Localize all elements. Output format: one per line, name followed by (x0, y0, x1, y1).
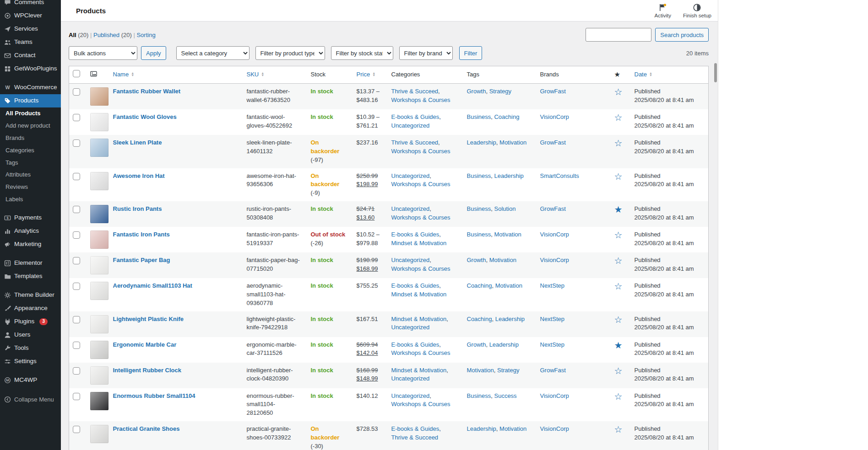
sidebar-item-mc4wp[interactable]: MMC4WP (0, 374, 61, 387)
tag-link[interactable]: Motivation (489, 257, 516, 263)
product-type-filter-select[interactable]: Filter by product type (255, 46, 325, 60)
sort-by-price[interactable]: Price▲▼ (357, 71, 376, 78)
sidebar-item-woocommerce[interactable]: WWooCommerce (0, 81, 61, 94)
product-name-link[interactable]: Practical Granite Shoes (113, 425, 180, 432)
category-link[interactable]: Uncategorized (391, 172, 430, 179)
product-name-link[interactable]: Lightweight Plastic Knife (113, 316, 184, 322)
category-link[interactable]: Workshops & Courses (391, 401, 450, 407)
featured-toggle[interactable]: ☆ (614, 112, 623, 123)
row-select-checkbox[interactable] (73, 426, 80, 433)
product-thumbnail[interactable] (90, 341, 108, 359)
sort-by-name[interactable]: Name▲▼ (113, 71, 135, 78)
activity-button[interactable]: Activity (655, 3, 671, 18)
sidebar-item-getwooplugins[interactable]: GetWooPlugins (0, 62, 61, 75)
brand-link[interactable]: GrowFast (540, 367, 566, 374)
row-select-checkbox[interactable] (73, 206, 80, 213)
tag-link[interactable]: Leadership (467, 139, 496, 146)
tag-link[interactable]: Growth (467, 341, 486, 348)
product-name-link[interactable]: Fantastic Iron Pants (113, 231, 170, 238)
search-input[interactable] (586, 28, 651, 42)
tag-link[interactable]: Success (494, 392, 516, 399)
category-link[interactable]: Uncategorized (391, 375, 430, 382)
stock-status-filter-select[interactable]: Filter by stock status (331, 46, 393, 60)
product-thumbnail[interactable] (90, 139, 108, 157)
row-select-checkbox[interactable] (73, 139, 80, 147)
sidebar-item-comments[interactable]: Comments (0, 0, 61, 9)
brand-filter-select[interactable]: Filter by brand (399, 46, 453, 60)
featured-toggle[interactable]: ☆ (614, 281, 623, 291)
category-link[interactable]: Workshops & Courses (391, 349, 450, 356)
sidebar-subitem-labels[interactable]: Labels (0, 193, 61, 206)
sort-by-sku[interactable]: SKU▲▼ (247, 71, 265, 78)
row-select-checkbox[interactable] (73, 88, 80, 96)
sidebar-subitem-brands[interactable]: Brands (0, 132, 61, 145)
product-name-link[interactable]: Intelligent Rubber Clock (113, 367, 182, 374)
row-select-checkbox[interactable] (73, 283, 80, 290)
category-link[interactable]: Mindset & Motivation (391, 291, 447, 298)
tag-link[interactable]: Growth (467, 88, 486, 95)
tag-link[interactable]: Motivation (499, 425, 526, 432)
sidebar-item-teams[interactable]: Teams (0, 36, 61, 49)
brand-link[interactable]: VisionCorp (540, 257, 569, 263)
product-thumbnail[interactable] (90, 425, 108, 443)
category-link[interactable]: E-books & Guides (391, 341, 439, 348)
tag-link[interactable]: Coaching (467, 282, 492, 289)
scrollbar-thumb[interactable] (714, 63, 717, 82)
brand-link[interactable]: NextStep (540, 316, 564, 322)
sidebar-item-elementor[interactable]: Elementor (0, 257, 61, 270)
sort-by-date[interactable]: Date▲▼ (635, 71, 652, 78)
row-select-checkbox[interactable] (73, 367, 80, 375)
featured-column-header[interactable]: ★ (614, 70, 620, 78)
sidebar-item-marketing[interactable]: Marketing (0, 238, 61, 251)
brand-link[interactable]: VisionCorp (540, 392, 569, 399)
product-thumbnail[interactable] (90, 172, 108, 190)
row-select-checkbox[interactable] (73, 257, 80, 264)
tag-link[interactable]: Leadership (489, 341, 519, 348)
view-link-all[interactable]: All (69, 32, 76, 38)
sidebar-subitem-categories[interactable]: Categories (0, 145, 61, 157)
category-link[interactable]: Mindset & Motivation (391, 367, 447, 374)
product-thumbnail[interactable] (90, 282, 108, 300)
tag-link[interactable]: Leadership (467, 425, 496, 432)
sidebar-item-settings[interactable]: Settings (0, 355, 61, 368)
featured-toggle[interactable]: ☆ (614, 230, 623, 240)
tag-link[interactable]: Strategy (497, 367, 519, 374)
category-filter-select[interactable]: Select a category (176, 46, 250, 60)
category-link[interactable]: E-books & Guides (391, 282, 439, 289)
product-thumbnail[interactable] (90, 113, 108, 131)
brand-link[interactable]: VisionCorp (540, 425, 569, 432)
brand-link[interactable]: NextStep (540, 341, 564, 348)
category-link[interactable]: Uncategorized (391, 257, 430, 263)
category-link[interactable]: Workshops & Courses (391, 181, 450, 188)
search-products-button[interactable]: Search products (655, 28, 709, 42)
tag-link[interactable]: Motivation (499, 139, 526, 146)
brand-link[interactable]: VisionCorp (540, 231, 569, 238)
product-name-link[interactable]: Awesome Iron Hat (113, 172, 165, 179)
product-name-link[interactable]: Rustic Iron Pants (113, 205, 162, 212)
collapse-menu-button[interactable]: Collapse Menu (0, 393, 61, 406)
scrollbar[interactable] (713, 0, 718, 450)
row-select-checkbox[interactable] (73, 393, 80, 400)
category-link[interactable]: E-books & Guides (391, 231, 439, 238)
tag-link[interactable]: Business (467, 231, 491, 238)
tag-link[interactable]: Motivation (467, 367, 494, 374)
sidebar-item-analytics[interactable]: Analytics (0, 225, 61, 238)
sidebar-subitem-add-new-product[interactable]: Add new product (0, 120, 61, 132)
product-thumbnail[interactable] (90, 87, 108, 106)
product-name-link[interactable]: Fantastic Wool Gloves (113, 113, 177, 120)
filter-button[interactable]: Filter (459, 46, 483, 60)
bulk-actions-select[interactable]: Bulk actions (69, 46, 137, 60)
sidebar-item-tools[interactable]: Tools (0, 342, 61, 355)
brand-link[interactable]: VisionCorp (540, 113, 569, 120)
featured-toggle[interactable]: ★ (614, 340, 623, 350)
sidebar-item-products[interactable]: Products (0, 94, 61, 107)
tag-link[interactable]: Motivation (494, 231, 521, 238)
sidebar-subitem-tags[interactable]: Tags (0, 157, 61, 169)
sidebar-subitem-reviews[interactable]: Reviews (0, 181, 61, 193)
sidebar-item-services[interactable]: Services (0, 22, 61, 36)
category-link[interactable]: Workshops & Courses (391, 214, 450, 221)
featured-toggle[interactable]: ☆ (614, 391, 623, 402)
category-link[interactable]: Uncategorized (391, 205, 430, 212)
finish-setup-button[interactable]: Finish setup (683, 3, 711, 18)
brand-link[interactable]: GrowFast (540, 205, 566, 212)
